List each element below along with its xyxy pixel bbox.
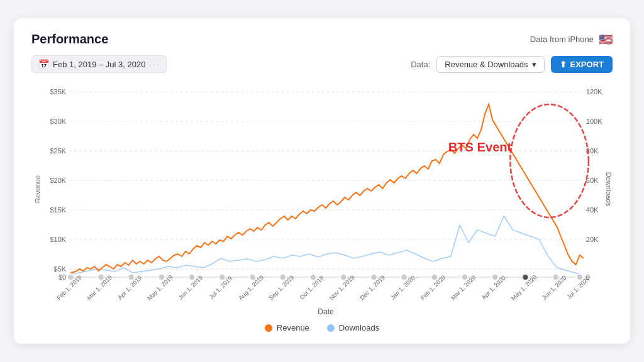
data-label: Data: <box>411 60 430 69</box>
country-flag: 🇺🇸 <box>599 33 613 47</box>
svg-text:$0: $0 <box>58 273 66 281</box>
svg-text:60K: 60K <box>586 177 599 184</box>
svg-text:$25K: $25K <box>50 147 66 155</box>
data-source-info: Data from iPhone 🇺🇸 <box>530 33 613 47</box>
page-title: Performance <box>31 32 108 47</box>
downloads-legend-label: Downloads <box>339 323 379 332</box>
svg-text:$10K: $10K <box>50 236 66 243</box>
data-source-label: Data from iPhone <box>530 35 594 44</box>
header-row: Performance Data from iPhone 🇺🇸 <box>31 32 613 47</box>
svg-text:$5K: $5K <box>54 265 67 273</box>
chevron-down-icon: ▾ <box>532 60 536 69</box>
svg-text:120K: 120K <box>586 88 602 96</box>
more-options-dots[interactable]: ··· <box>149 60 160 69</box>
svg-text:Date: Date <box>318 307 334 316</box>
svg-text:20K: 20K <box>586 236 599 243</box>
svg-text:$30K: $30K <box>50 118 66 125</box>
date-range-value: Feb 1, 2019 – Jul 3, 2020 <box>53 60 145 69</box>
data-selector-dropdown[interactable]: Revenue & Downloads ▾ <box>436 56 544 73</box>
performance-card: Performance Data from iPhone 🇺🇸 📅 Feb 1,… <box>14 18 630 344</box>
controls-row: 📅 Feb 1, 2019 – Jul 3, 2020 ··· Data: Re… <box>31 55 613 73</box>
data-selector-value: Revenue & Downloads <box>445 60 528 69</box>
export-button[interactable]: ⬆ EXPORT <box>551 56 613 73</box>
svg-text:40K: 40K <box>586 206 599 214</box>
calendar-icon: 📅 <box>38 59 49 69</box>
downloads-dot <box>327 324 335 332</box>
export-icon: ⬆ <box>560 60 567 69</box>
revenue-legend-label: Revenue <box>277 323 309 332</box>
chart-area: $35K $30K $25K $20K $15K $10K $5K $0 120… <box>31 79 613 318</box>
legend-revenue: Revenue <box>265 323 309 332</box>
svg-text:$15K: $15K <box>50 206 66 214</box>
performance-chart: $35K $30K $25K $20K $15K $10K $5K $0 120… <box>31 79 613 318</box>
svg-text:Revenue: Revenue <box>34 175 42 203</box>
svg-text:100K: 100K <box>586 118 602 125</box>
svg-text:$35K: $35K <box>50 88 66 96</box>
revenue-line <box>70 104 584 273</box>
chart-legend: Revenue Downloads <box>31 323 613 332</box>
bts-event-label: BTS Event <box>448 140 512 154</box>
svg-point-62 <box>510 104 589 217</box>
data-control-group: Data: Revenue & Downloads ▾ ⬆ EXPORT <box>411 56 613 73</box>
legend-downloads: Downloads <box>327 323 379 332</box>
export-label: EXPORT <box>570 60 604 69</box>
downloads-line <box>70 216 581 274</box>
revenue-dot <box>265 324 272 332</box>
svg-text:Downloads: Downloads <box>605 172 613 207</box>
svg-text:$20K: $20K <box>50 177 66 184</box>
date-range-control[interactable]: 📅 Feb 1, 2019 – Jul 3, 2020 ··· <box>31 55 167 73</box>
